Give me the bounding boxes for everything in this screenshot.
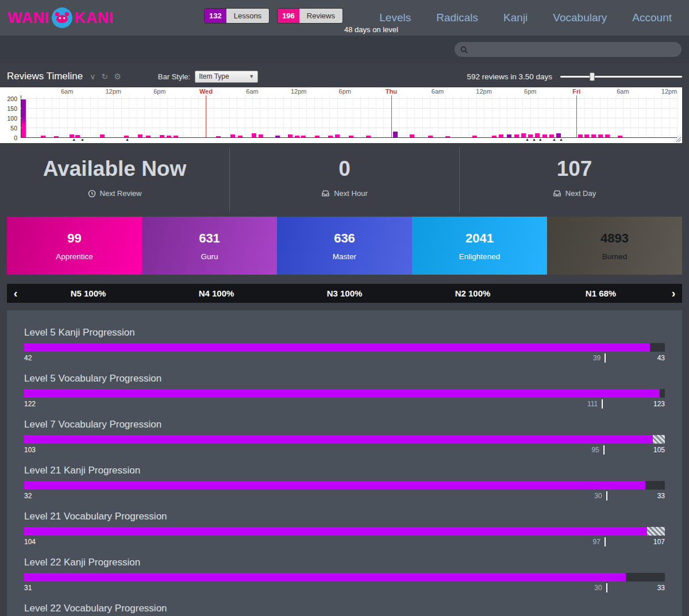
reviews-button[interactable]: 196 Reviews xyxy=(277,8,343,24)
slider-handle[interactable] xyxy=(590,72,595,81)
refresh-icon[interactable]: ↻ xyxy=(102,72,109,80)
review-bar xyxy=(238,136,243,137)
grid-line xyxy=(160,95,160,137)
threshold-tick xyxy=(603,445,605,455)
threshold-count: 30 xyxy=(24,492,602,500)
review-bar xyxy=(174,136,178,137)
x-axis-label: 6am xyxy=(617,88,629,95)
jlpt-prev-button[interactable]: ‹ xyxy=(7,284,24,303)
grid-line xyxy=(677,95,678,137)
progression-fill xyxy=(24,435,653,444)
review-bar xyxy=(584,134,589,137)
grid-line xyxy=(353,95,353,137)
grid-line xyxy=(546,95,546,137)
stat-value: 0 xyxy=(338,157,351,181)
stat-label: Next Hour xyxy=(321,189,368,198)
progression-numbers: 10395105 xyxy=(24,446,665,455)
review-bar xyxy=(542,134,547,137)
grid-line xyxy=(453,95,453,137)
srs-stage-master[interactable]: 636Master xyxy=(277,217,412,275)
review-bar xyxy=(252,133,256,137)
x-axis-label: 12pm xyxy=(476,88,492,95)
jlpt-segments: N5 100%N4 100%N3 100%N2 100%N1 68% xyxy=(24,288,665,298)
reviews-summary: 592 reviews in 3.50 days xyxy=(467,72,552,81)
grid-line xyxy=(167,95,168,137)
progression-row: Level 22 Kanji Progression313033 xyxy=(24,557,665,592)
grid-line xyxy=(21,128,677,128)
clock-icon xyxy=(88,190,96,198)
days-on-level: 48 days on level xyxy=(344,25,398,34)
progression-fill xyxy=(24,527,647,536)
progression-row: Level 7 Vocabulary Progression10395105 xyxy=(24,419,665,455)
gear-icon[interactable]: ⚙ xyxy=(114,72,121,80)
grid-line xyxy=(553,95,554,137)
grid-line xyxy=(399,95,399,137)
srs-stage-apprentice[interactable]: 99Apprentice xyxy=(7,217,142,275)
grid-line xyxy=(191,95,191,137)
grid-line xyxy=(198,95,199,137)
review-bar xyxy=(295,136,299,137)
progression-row: Level 22 Vocabulary Progression xyxy=(24,603,665,614)
review-bar xyxy=(393,132,398,137)
grid-line xyxy=(175,95,176,137)
bar-style-select[interactable]: Item Type ▼ xyxy=(195,71,258,83)
progression-row: Level 5 Vocabulary Progression122111123 xyxy=(24,373,665,409)
grid-line xyxy=(422,95,423,137)
srs-label: Burned xyxy=(602,252,628,261)
wanikani-logo[interactable]: WANI KANI xyxy=(7,7,114,29)
nav-link-vocabulary[interactable]: Vocabulary xyxy=(553,11,607,24)
grid-line xyxy=(492,95,492,137)
search-input[interactable] xyxy=(472,45,676,54)
total-count: 123 xyxy=(653,400,665,408)
grid-line xyxy=(376,95,376,137)
lessons-button[interactable]: 132 Lessons xyxy=(204,8,270,24)
threshold-tick xyxy=(606,583,607,592)
threshold-count: 111 xyxy=(24,400,598,408)
srs-count: 99 xyxy=(67,231,81,246)
nav-link-kanji[interactable]: Kanji xyxy=(503,11,528,24)
grid-line xyxy=(28,95,29,137)
srs-count: 631 xyxy=(199,231,220,246)
timeline-zoom-slider[interactable] xyxy=(560,76,682,78)
srs-stage-guru[interactable]: 631Guru xyxy=(142,217,277,275)
nav-link-radicals[interactable]: Radicals xyxy=(436,11,478,24)
stat-label-text: Next Day xyxy=(565,189,596,198)
review-bar xyxy=(328,136,333,137)
grid-line xyxy=(499,95,500,137)
grid-line xyxy=(584,95,585,137)
y-axis-label: 200 xyxy=(1,95,17,102)
grid-line xyxy=(245,95,245,137)
grid-line xyxy=(283,95,284,137)
arrow-marker-icon: ▲ xyxy=(552,137,556,141)
stat-label: Next Day xyxy=(553,189,596,198)
grid-line xyxy=(260,95,260,137)
collapse-icon[interactable]: ∨ xyxy=(90,72,95,80)
srs-stage-enlightened[interactable]: 2041Enlightened xyxy=(412,217,547,275)
y-axis-label: 150 xyxy=(1,105,17,112)
grid-line xyxy=(337,95,338,137)
review-bar xyxy=(315,136,320,137)
x-axis-label: 6am xyxy=(61,88,73,95)
progression-row: Level 21 Kanji Progression323033 xyxy=(24,465,665,500)
grid-line xyxy=(468,95,469,137)
review-bar xyxy=(366,136,371,137)
grid-line xyxy=(522,95,523,137)
progression-fill xyxy=(24,343,650,352)
review-bar xyxy=(259,134,263,137)
search-box[interactable] xyxy=(455,42,682,57)
srs-stage-burned[interactable]: 4893Burned xyxy=(547,217,682,275)
review-bar xyxy=(230,134,235,137)
progression-numbers: 313033 xyxy=(24,584,665,592)
progression-title: Level 21 Kanji Progression xyxy=(24,465,665,476)
threshold-count: 39 xyxy=(24,354,601,362)
nav-link-account[interactable]: Account xyxy=(632,11,672,24)
review-bar xyxy=(618,136,622,137)
reviews-timeline-header: Reviews Timeline ∨ ↻ ⚙ Bar Style: Item T… xyxy=(0,63,689,84)
x-axis-label: 6pm xyxy=(339,88,351,95)
jlpt-next-button[interactable]: › xyxy=(665,284,682,303)
grid-line xyxy=(221,95,222,137)
grid-line xyxy=(345,95,345,137)
nav-link-levels[interactable]: Levels xyxy=(379,11,411,24)
srs-count: 4893 xyxy=(601,231,629,246)
bar-style-selected-value: Item Type xyxy=(199,72,229,80)
